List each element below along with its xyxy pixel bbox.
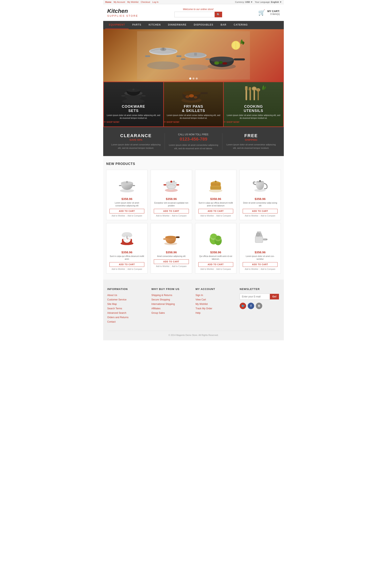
- twitter-icon[interactable]: 🐦: [240, 303, 246, 309]
- my-wishlist-link[interactable]: My Wishlist: [127, 1, 139, 3]
- footer-customer-service-link[interactable]: Customer Service: [107, 298, 126, 301]
- footer-sign-in-link[interactable]: Sign In: [196, 294, 203, 297]
- svg-rect-16: [234, 58, 245, 61]
- wishlist-link-1[interactable]: Add to Wishlist: [112, 215, 125, 217]
- newsletter-go-button[interactable]: Go!: [270, 294, 279, 299]
- compare-link-5[interactable]: Add to Compare: [128, 268, 142, 270]
- wishlist-link-4[interactable]: Add to Wishlist: [245, 215, 258, 217]
- footer-affiliates-link[interactable]: Affiliates: [151, 307, 160, 310]
- add-to-cart-btn-5[interactable]: ADD TO CART: [110, 262, 144, 267]
- product-price-1: $358.96: [110, 197, 144, 201]
- product-desc-2: Excepteur sint occaecat cupidatat non pr…: [154, 202, 189, 207]
- search-input-wrap: 🔍: [174, 12, 222, 17]
- shop-now-frypans[interactable]: SHOP NOW!: [164, 121, 223, 124]
- cart-area[interactable]: 🛒 MY CART: 0 item(s): [258, 9, 280, 16]
- shop-now-cookware[interactable]: SHOP NOW!: [104, 121, 163, 124]
- facebook-icon[interactable]: f: [248, 303, 254, 309]
- featured-cookware[interactable]: COOKWARESETS Lorem ipsum dolor sit amet …: [104, 82, 163, 126]
- search-button[interactable]: 🔍: [215, 12, 222, 17]
- nav-item-bar[interactable]: BAR: [217, 21, 230, 29]
- footer-about-link[interactable]: About Us: [107, 294, 117, 297]
- shop-now-utensils[interactable]: SHOP NOW!: [224, 121, 283, 124]
- utensils-image: [239, 84, 268, 104]
- slider-dot-1[interactable]: [189, 78, 191, 80]
- promo-clearance: CLEARANCE SAVE 50% Lorem ipsum dolor sit…: [107, 133, 165, 150]
- checkout-link[interactable]: Checkout: [141, 1, 150, 3]
- footer-group-sales-link[interactable]: Group Sales: [151, 312, 165, 314]
- footer-my-wishlist-link[interactable]: My Wishlist: [196, 303, 208, 305]
- footer-site-map-link[interactable]: Site Map: [107, 303, 117, 305]
- product-img-2: [154, 173, 189, 195]
- compare-link-7[interactable]: Add to Compare: [216, 268, 231, 270]
- slider-dots[interactable]: [189, 78, 198, 80]
- product-links-3: Add to Wishlist | Add to Compare: [198, 215, 233, 217]
- wishlist-link-7[interactable]: Add to Wishlist: [200, 268, 214, 270]
- logo[interactable]: Kitchen SUPPLIES STORE: [107, 8, 138, 17]
- svg-rect-61: [215, 181, 217, 183]
- compare-link-6[interactable]: Add to Compare: [172, 265, 187, 267]
- home-link[interactable]: Home: [105, 1, 112, 3]
- add-to-cart-btn-6[interactable]: ADD TO CART: [154, 259, 189, 264]
- hero-background: [103, 29, 284, 82]
- nav-item-kitchen[interactable]: KITCHEN: [145, 21, 164, 29]
- my-account-link[interactable]: My Account: [114, 1, 125, 3]
- nav-item-catering[interactable]: CATERING: [230, 21, 251, 29]
- wishlist-link-5[interactable]: Add to Wishlist: [112, 268, 125, 270]
- login-link[interactable]: Log In: [152, 1, 159, 3]
- compare-link-8[interactable]: Add to Compare: [261, 268, 275, 270]
- add-to-cart-btn-8[interactable]: ADD TO CART: [243, 262, 277, 267]
- nav-item-parts[interactable]: PARTS: [129, 21, 145, 29]
- wishlist-link-3[interactable]: Add to Wishlist: [200, 215, 214, 217]
- footer-secure-shopping-link[interactable]: Secure Shopping: [151, 298, 170, 301]
- compare-link-1[interactable]: Add to Compare: [128, 215, 142, 217]
- footer-contact-link[interactable]: Contact: [107, 320, 115, 323]
- featured-frypans[interactable]: FRY PANS& SKILLETS Lorem ipsum dolor sit…: [164, 82, 223, 126]
- footer-view-cart-link[interactable]: View Cart: [196, 298, 206, 301]
- footer-help-link[interactable]: Help: [196, 312, 201, 314]
- product-card-8: $358.96 Lorem ipsum dolor sit amet con-s…: [239, 223, 281, 273]
- product-card-4: $358.96 Dolor sit amet consectetur adipi…: [239, 170, 281, 220]
- footer-my-account-title: MY ACCOUNT: [196, 288, 236, 291]
- wishlist-link-8[interactable]: Add to Wishlist: [245, 268, 258, 270]
- product-svg-pressure: [162, 175, 181, 193]
- add-to-cart-btn-7[interactable]: ADD TO CART: [198, 262, 233, 267]
- product-price-4: $358.96: [243, 197, 277, 201]
- add-to-cart-btn-1[interactable]: ADD TO CART: [110, 209, 144, 213]
- product-desc-5: Sunt in culpa qui officia deserunt molli…: [110, 255, 144, 261]
- footer-advanced-search-link[interactable]: Advanced Search: [107, 312, 126, 314]
- wishlist-link-6[interactable]: Add to Wishlist: [156, 265, 169, 267]
- svg-rect-26: [121, 95, 125, 96]
- top-bar-links[interactable]: Home My Account My Wishlist Checkout Log…: [105, 1, 160, 3]
- footer-international-link[interactable]: International Shipping: [151, 303, 175, 305]
- products-grid: $358.96 Lorem ipsum dolor sit amet conse…: [106, 170, 281, 273]
- product-card-2: $358.96 Excepteur sint occaecat cupidata…: [151, 170, 192, 220]
- rss-icon[interactable]: ⎘: [256, 303, 262, 309]
- nav-item-disposables[interactable]: DISPOSABLES: [190, 21, 217, 29]
- footer-shipping-returns-link[interactable]: Shipping & Returns: [151, 294, 172, 297]
- add-to-cart-btn-2[interactable]: ADD TO CART: [154, 209, 189, 213]
- svg-rect-58: [211, 187, 221, 189]
- compare-link-3[interactable]: Add to Compare: [216, 215, 231, 217]
- compare-link-2[interactable]: Add to Compare: [172, 215, 187, 217]
- search-bar: Welcome to our online store! 🔍: [174, 8, 222, 17]
- footer-track-order-link[interactable]: Track My Order: [196, 307, 212, 310]
- search-input[interactable]: [174, 12, 215, 17]
- nav-item-equipment[interactable]: EQUIPMENT: [105, 21, 129, 29]
- compare-link-4[interactable]: Add to Compare: [261, 215, 275, 217]
- footer-search-terms-link[interactable]: Search Terms: [107, 307, 122, 310]
- svg-rect-91: [255, 237, 263, 242]
- add-to-cart-btn-3[interactable]: ADD TO CART: [198, 209, 233, 213]
- promo-phone: CALL US NOW TOLL FREE: 0123-456-789 Lore…: [165, 133, 223, 150]
- product-svg-molds: [206, 228, 225, 247]
- wishlist-link-2[interactable]: Add to Wishlist: [156, 215, 169, 217]
- product-price-8: $358.96: [243, 251, 277, 254]
- nav-item-dinnerware[interactable]: DINNERWARE: [164, 21, 190, 29]
- footer-orders-returns-link[interactable]: Orders and Returns: [107, 316, 128, 319]
- newsletter-email-input[interactable]: [240, 294, 270, 300]
- add-to-cart-btn-4[interactable]: ADD TO CART: [243, 209, 277, 213]
- featured-utensils[interactable]: COOKINGUTENSILS Lorem ipsum dolor sit am…: [224, 82, 283, 126]
- svg-rect-46: [126, 181, 128, 183]
- slider-dot-3[interactable]: [196, 78, 198, 80]
- slider-dot-2[interactable]: [192, 78, 195, 80]
- svg-rect-54: [176, 184, 179, 186]
